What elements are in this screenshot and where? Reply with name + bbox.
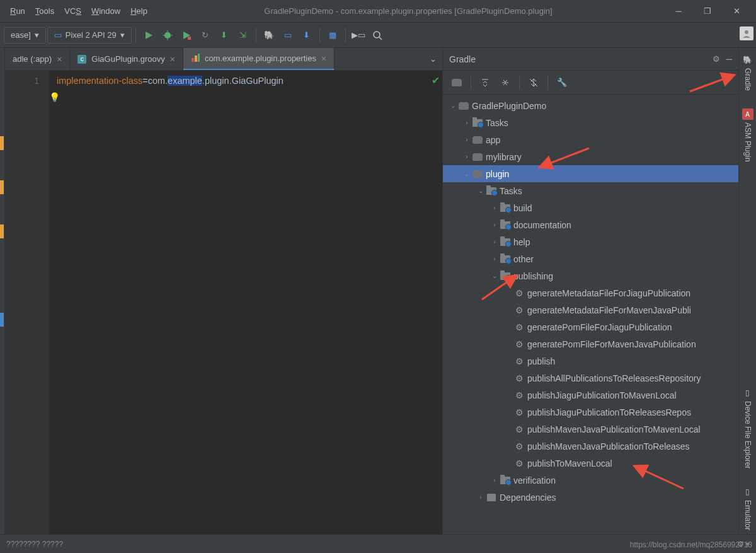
- gradle-minimize-icon[interactable]: ─: [726, 54, 732, 64]
- tree-task-2[interactable]: ⚙generatePomFileForJiaguPublication: [443, 318, 738, 335]
- tree-node-label: generatePomFileForMavenJavaPublication: [527, 339, 696, 349]
- tree-node-icon: ⚙: [513, 390, 525, 400]
- tree-root[interactable]: ⌄GradlePluginDemo: [443, 97, 738, 114]
- tree-node-icon: [500, 221, 511, 229]
- profile-button[interactable]: ↻: [197, 26, 214, 44]
- sidebar-item-device-explorer[interactable]: ▯Device File Explorer: [741, 383, 755, 472]
- tree-task-7[interactable]: ⚙publishJiaguPublicationToReleasesRepos: [443, 404, 738, 421]
- attach-debugger-button[interactable]: ⬇: [215, 26, 233, 44]
- tree-task-8[interactable]: ⚙publishMavenJavaPublicationToMavenLocal: [443, 421, 738, 438]
- tree-mylibrary[interactable]: ›mylibrary: [443, 148, 738, 165]
- tree-node-label: plugin: [486, 169, 509, 179]
- layout-inspect-button[interactable]: ▶▭: [350, 26, 367, 44]
- tabs-dropdown-icon[interactable]: ⌄: [423, 48, 442, 70]
- tree-arrow-icon: ›: [490, 477, 500, 484]
- tree-node-icon: [472, 153, 483, 161]
- tab-properties[interactable]: com.example.plugin.properties ×: [183, 48, 335, 70]
- gradle-panel-title: Gradle: [449, 54, 713, 64]
- tree-task-10[interactable]: ⚙publishToMavenLocal: [443, 455, 738, 472]
- tree-task-1[interactable]: ⚙generateMetadataFileForMavenJavaPubli: [443, 301, 738, 318]
- tree-verification[interactable]: ›verification: [443, 472, 738, 489]
- tree-node-icon: ⚙: [513, 441, 525, 451]
- tree-task-9[interactable]: ⚙publishMavenJavaPublicationToReleases: [443, 438, 738, 455]
- svg-point-8: [745, 30, 748, 34]
- user-avatar-icon[interactable]: [740, 26, 753, 40]
- tree-task-0[interactable]: ⚙generateMetadataFileForJiaguPublication: [443, 284, 738, 301]
- gradle-tree[interactable]: ⌄GradlePluginDemo›Tasks›app›mylibrary⌄pl…: [443, 95, 738, 534]
- tree-other[interactable]: ›other: [443, 250, 738, 267]
- sync-button[interactable]: 🐘: [260, 26, 278, 44]
- gradle-reload-icon[interactable]: [448, 74, 466, 91]
- tree-task-5[interactable]: ⚙publishAllPublicationsToReleasesReposit…: [443, 370, 738, 387]
- tree-dependencies[interactable]: ›Dependencies: [443, 489, 738, 506]
- tree-app[interactable]: ›app: [443, 131, 738, 148]
- tree-publishing[interactable]: ⌄publishing: [443, 267, 738, 284]
- stop-button[interactable]: ⇲: [234, 26, 252, 44]
- device-combo[interactable]: ▭Pixel 2 API 29▾: [47, 27, 132, 44]
- search-button[interactable]: [369, 26, 386, 44]
- tab-gradle-app[interactable]: adle (:app) ×: [5, 48, 70, 70]
- tab-close-icon[interactable]: ×: [170, 54, 175, 64]
- gradle-wrench-icon[interactable]: 🔧: [553, 74, 571, 91]
- sidebar-item-asm[interactable]: AASM Plugin: [741, 105, 755, 166]
- window-title: GradlePluginDemo - com.example.plugin.pr…: [152, 6, 664, 16]
- svg-rect-10: [195, 55, 197, 62]
- tree-node-icon: [486, 187, 497, 195]
- tree-documentation[interactable]: ›documentation: [443, 216, 738, 233]
- menu-run[interactable]: Run: [5, 4, 30, 18]
- tab-label: GiaGuPlugin.groovy: [91, 54, 164, 64]
- watermark-text: https://blog.csdn.net/mq2856992713: [630, 540, 752, 549]
- tree-plugin-tasks[interactable]: ⌄Tasks: [443, 182, 738, 199]
- maximize-button[interactable]: ❐: [693, 2, 722, 21]
- run-config-combo[interactable]: ease]▾: [4, 27, 46, 44]
- gradle-offline-icon[interactable]: [525, 74, 542, 91]
- tree-task-4[interactable]: ⚙publish: [443, 352, 738, 370]
- tree-node-icon: ⚙: [513, 424, 525, 434]
- intention-bulb-icon[interactable]: 💡: [49, 92, 60, 102]
- gradle-collapse-icon[interactable]: [496, 74, 514, 91]
- tab-giaguplugin[interactable]: c GiaGuPlugin.groovy ×: [70, 48, 183, 70]
- svg-line-7: [379, 37, 382, 40]
- right-tool-stripe: 🐘Gradle AASM Plugin ▯Device File Explore…: [738, 48, 756, 534]
- run-button[interactable]: [140, 26, 158, 44]
- tree-build[interactable]: ›build: [443, 199, 738, 216]
- menu-tools[interactable]: Tools: [30, 4, 59, 18]
- minimize-button[interactable]: ─: [664, 2, 693, 21]
- close-button[interactable]: ✕: [722, 2, 751, 21]
- sdk-button[interactable]: ⬇: [298, 26, 316, 44]
- menu-window[interactable]: Window: [86, 4, 125, 18]
- sidebar-item-gradle[interactable]: 🐘Gradle: [741, 50, 755, 95]
- tree-node-label: other: [513, 254, 534, 264]
- gradle-expand-icon[interactable]: [476, 74, 494, 91]
- tree-task-3[interactable]: ⚙generatePomFileForMavenJavaPublication: [443, 335, 738, 352]
- tab-close-icon[interactable]: ×: [57, 54, 62, 64]
- tab-close-icon[interactable]: ×: [321, 54, 326, 64]
- tree-node-label: verification: [513, 475, 556, 486]
- svg-rect-9: [192, 58, 194, 62]
- gradle-settings-icon[interactable]: ⚙: [713, 54, 720, 64]
- avd-button[interactable]: ▭: [279, 26, 297, 44]
- sidebar-item-emulator[interactable]: ▯Emulator: [741, 482, 755, 534]
- tree-tasks[interactable]: ›Tasks: [443, 114, 738, 131]
- inspection-ok-icon[interactable]: ✔: [432, 74, 440, 86]
- tree-node-icon: ⚙: [513, 356, 525, 366]
- tree-node-icon: [472, 170, 483, 178]
- coverage-button[interactable]: [178, 26, 195, 44]
- debug-button[interactable]: [159, 26, 176, 44]
- resource-button[interactable]: ▦: [324, 26, 341, 44]
- code-content[interactable]: implementation-class=com.example.plugin.…: [49, 71, 442, 534]
- tree-node-label: documentation: [513, 220, 571, 230]
- tree-arrow-icon: ›: [490, 255, 500, 262]
- tree-task-6[interactable]: ⚙publishJiaguPublicationToMavenLocal: [443, 387, 738, 404]
- editor[interactable]: 1 implementation-class=com.example.plugi…: [5, 71, 442, 534]
- menu-vcs[interactable]: VCS: [59, 4, 86, 18]
- tree-node-label: mylibrary: [486, 152, 522, 162]
- gradle-panel: Gradle ⚙ ─ 🔧 ⌄GradlePluginDemo›Tasks›app…: [442, 48, 738, 534]
- menu-help[interactable]: Help: [125, 4, 152, 18]
- editor-tabs: adle (:app) × c GiaGuPlugin.groovy × com…: [5, 48, 442, 71]
- tree-plugin[interactable]: ⌄plugin: [443, 165, 738, 182]
- properties-file-icon: [191, 53, 200, 64]
- tree-node-label: Dependencies: [500, 492, 556, 503]
- tree-node-label: publishAllPublicationsToReleasesReposito…: [527, 373, 701, 383]
- tree-help[interactable]: ›help: [443, 233, 738, 250]
